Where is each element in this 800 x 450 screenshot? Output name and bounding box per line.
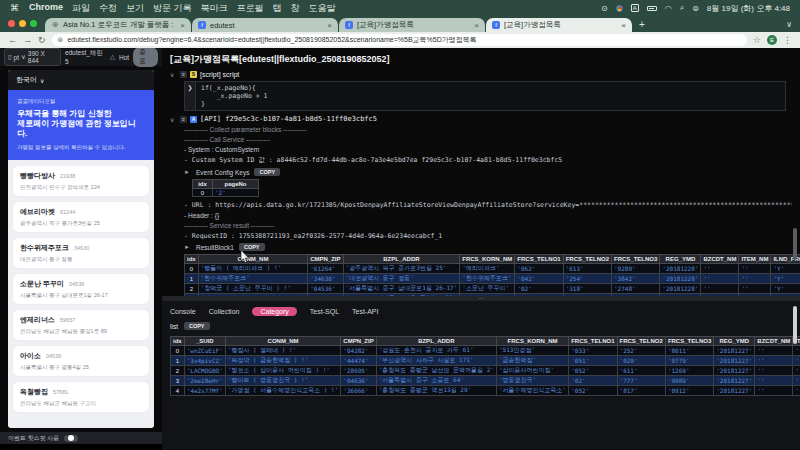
table-cell: '04536' [308, 284, 343, 294]
store-address: 인천광역시 연수구 함박뫼로 224 [20, 184, 142, 191]
zoom-window-button[interactable] [30, 20, 37, 27]
table-cell: '1269' [665, 366, 713, 376]
table-row[interactable]: 1'3v4pivCZ''짜장박 ( 금송한백집 ) !''44474''부산광역… [171, 356, 800, 366]
console-tab-console[interactable]: Console [170, 308, 196, 315]
url-input[interactable]: ⊜ edutest.flexstudio.com/debug?engine=6.… [52, 34, 747, 46]
prompt-icon[interactable]: ❯ [185, 82, 196, 110]
browser-tab[interactable]: ⊕Asia No.1 로우코드 개발 플랫폼 :× [45, 18, 191, 32]
console-tab-test-api[interactable]: Test-API [352, 308, 378, 315]
browser-menu-icon[interactable]: ⋮ [783, 35, 792, 45]
wifi-icon[interactable]: ◠ [665, 4, 672, 13]
console-tab-test-sql[interactable]: Test-SQL [310, 308, 339, 315]
collapse-icon[interactable]: ∨ [170, 116, 177, 123]
hero-title-line1: 우체국을 통해 가입 신청한 [17, 109, 145, 119]
tree-item-api[interactable]: ∨ ≡ A [API] f29e5c3c-b107-4a81-b8d5-11ff… [170, 115, 792, 123]
browser-tab[interactable]: fedutest× [192, 18, 338, 32]
table-row[interactable]: 2'창덕궁 ( 소문난 쭈꾸미 ) !''04536''서울특별시 중구 남대문… [185, 284, 800, 294]
copy-button[interactable]: COPY [254, 168, 280, 176]
profile-avatar[interactable]: E [767, 35, 777, 45]
back-icon[interactable]: ← [8, 35, 17, 45]
table-cell: '' [755, 376, 793, 386]
chrome-status-icon[interactable] [616, 5, 623, 12]
apple-menu-icon[interactable]: ⌘ [10, 3, 19, 13]
menubar-item[interactable]: 파일 [72, 2, 90, 15]
table-row[interactable]: 1'한수위제주포크''34630''대전광역시 동구 정동''한수위제주포크''… [185, 274, 800, 284]
copy-button[interactable]: COPY [184, 322, 210, 330]
expand-icon[interactable]: ► [184, 169, 191, 175]
mouse-cursor [240, 250, 252, 264]
store-card[interactable]: 빵빵다방사21938인천광역시 연수구 함박뫼로 224 [13, 166, 149, 196]
table-cell: '2748' [611, 284, 659, 294]
column-header: REG_YMD [714, 337, 755, 346]
table-cell: '20181228' [660, 274, 701, 284]
bookmark-star-icon[interactable]: ☆ [753, 35, 761, 45]
system-line: - System : CustomSystem [184, 146, 792, 153]
close-icon[interactable]: × [327, 21, 332, 30]
site-settings-icon[interactable]: ⊜ [58, 36, 64, 44]
table-cell: '' [701, 284, 739, 294]
table-row[interactable]: 0'2' [193, 189, 259, 197]
control-center-icon[interactable]: ⊜ [692, 4, 699, 13]
close-window-button[interactable] [8, 20, 15, 27]
event-toggle[interactable] [64, 435, 78, 442]
panel-resize-handle[interactable]: ⋯ [162, 296, 800, 301]
menubar-item[interactable]: Chrome [29, 2, 63, 15]
main-scrollbar-thumb[interactable] [793, 228, 797, 260]
end-session-button[interactable]: 종료 [133, 47, 158, 67]
menubar-item[interactable]: 프로필 [237, 2, 264, 15]
store-card[interactable]: 아이소04536서울특별시 중구 명동4길 25 [13, 346, 149, 376]
new-tab-button[interactable]: + [639, 19, 645, 30]
browser-tab[interactable]: f[교육]가맹점목록× [486, 18, 632, 32]
table-cell: '서울특별시 중구 남대문로1길 26-17' [343, 284, 460, 294]
hot-reload-label[interactable]: Hot [119, 54, 129, 61]
spotlight-search-icon[interactable]: ⌕ [680, 3, 684, 13]
store-card[interactable]: 엔제리너스59657전라남도 해남군 해남읍 중앙1로 89 [13, 310, 149, 340]
store-card[interactable]: 옥철빵집57681전라남도 해남군 해남읍 구교리 [13, 382, 149, 412]
menubar-item[interactable]: 방문 기록 [153, 2, 192, 15]
input-source-icon[interactable]: A [631, 4, 639, 12]
close-icon[interactable]: × [180, 21, 185, 30]
table-cell: '대전광역시 동구 정동' [343, 274, 460, 284]
browser-tab[interactable]: f[교육]가맹점목록× [339, 18, 485, 32]
table-row[interactable]: 2'LACMOGBO''발전소 ( 삼미용사 어린이집 ) !''28695''… [171, 366, 800, 376]
language-selector[interactable]: 한국어 ∨ [16, 75, 44, 85]
close-icon[interactable]: × [474, 21, 479, 30]
menubar-clock[interactable]: 8월 19일 (화) 오후 4:48 [707, 3, 790, 14]
macos-menubar: ⌘ Chrome파일수정보기방문 기록북마크프로필탭창도움말 ⊙ A ◠ ⌕ ⊜… [0, 0, 800, 16]
table-row[interactable]: 4'4e2s77Mf''가맹점 ( 서울수제명인식교육소 ) !''36666'… [171, 386, 800, 396]
store-card[interactable]: 소문난 쭈꾸미04536서울특별시 중구 남대문로1길 26-17 [13, 274, 149, 304]
tree-item-script1[interactable]: ∨ ≡ S [script] script [170, 71, 792, 78]
column-header: FRCS_KORN_NM [460, 255, 515, 264]
screen-record-icon[interactable]: ⊙ [601, 4, 608, 13]
minimize-window-button[interactable] [19, 20, 26, 27]
close-icon[interactable]: × [621, 21, 626, 30]
table-row[interactable]: 3'2me28eHr''빵마트 ( 명동영찬국 ) !''04636''서울특별… [171, 376, 800, 386]
device-profile[interactable]: edutest_채린5 [65, 49, 106, 65]
console-scrollbar-thumb[interactable] [793, 306, 797, 344]
menubar-item[interactable]: 수정 [99, 2, 117, 15]
console-tab-collection[interactable]: Collection [209, 308, 240, 315]
table-cell: '' [793, 376, 800, 386]
tab-search-icon[interactable]: ∨ [786, 20, 792, 29]
menubar-item[interactable]: 보기 [126, 2, 144, 15]
menubar-item[interactable]: 창 [291, 2, 300, 15]
menubar-item[interactable]: 도움말 [309, 2, 336, 15]
result-block-label: ResultBlock1 [196, 244, 234, 251]
device-size-selector[interactable]: ▯ pt ∨ 390 X 844 [4, 48, 61, 66]
store-card[interactable]: 에브리마켓61244광주광역시 북구 중가로3번길 25 [13, 202, 149, 232]
table-row[interactable]: 0'빵돌이 ( 메리미파크 ) !''61264''광주광역시 북구 중가로3번… [185, 264, 800, 274]
expand-icon[interactable]: ► [184, 244, 191, 250]
phone-header: 한국어 ∨ [8, 70, 154, 90]
table-cell: 1 [185, 274, 199, 284]
reload-icon[interactable]: ↻ [38, 35, 46, 45]
store-card[interactable]: 한수위제주포크34630대전광역시 동구 정동 [13, 238, 149, 268]
table-row[interactable]: 0'wnZCuEiF''빵집사 ( 엘레네 ) !''04282''강원도 춘천… [171, 346, 800, 356]
table-cell: 4 [171, 386, 185, 396]
forward-icon[interactable]: → [23, 35, 32, 45]
collapse-icon[interactable]: ∨ [170, 71, 177, 78]
menubar-item[interactable]: 탭 [273, 2, 282, 15]
tab-title: Asia No.1 로우코드 개발 플랫폼 : [63, 20, 176, 30]
console-tab-category[interactable]: Category [252, 307, 296, 316]
store-name: 에브리마켓 [20, 207, 55, 217]
menubar-item[interactable]: 북마크 [201, 2, 228, 15]
